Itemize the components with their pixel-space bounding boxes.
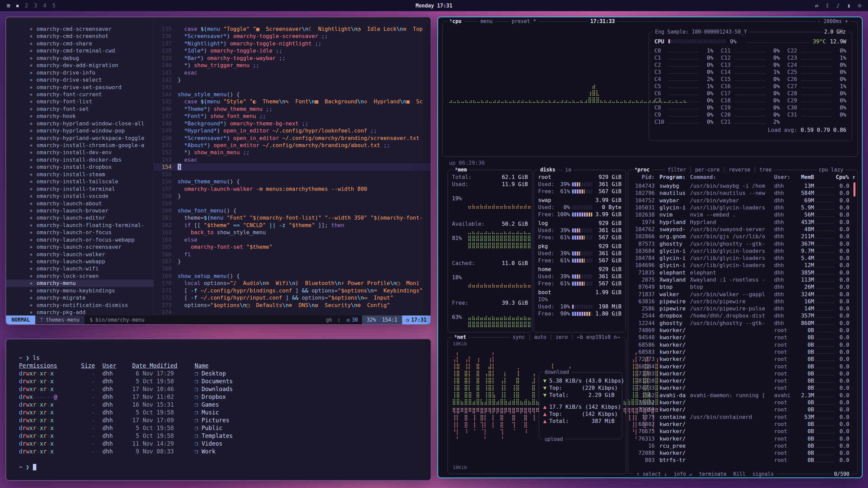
process-row[interactable]: 81310kworker/root0B0.0: [632, 377, 851, 384]
code-line[interactable]: 141 esac: [154, 69, 431, 76]
process-row[interactable]: 76575kworker/root0B0.0: [632, 428, 851, 435]
file-item[interactable]: ✱omarchy-debug: [6, 55, 154, 62]
file-item[interactable]: ✱omarchy-dev-add-migration: [6, 62, 154, 69]
proc-option-tree[interactable]: tree: [753, 166, 772, 173]
net-option[interactable]: auto: [528, 334, 546, 341]
process-row[interactable]: 104762swayosd-/usr/bin/swayosd-serverdhh…: [632, 226, 851, 233]
process-row[interactable]: 94540kworker/root0B0.0: [632, 334, 851, 341]
code-line[interactable]: 143: [154, 84, 431, 91]
file-item[interactable]: ✱omarchy-launch-editor: [6, 214, 154, 221]
code-line[interactable]: 149 *Hyprland*) open_in_editor ~/.config…: [154, 127, 431, 134]
code-line[interactable]: 151 *About*) open_in_editor ~/.config/om…: [154, 142, 431, 149]
code-line[interactable]: 150 *Screensaver*) open_in_editor ~/.con…: [154, 135, 431, 142]
proc-cpu-options[interactable]: cpu lazy: [817, 166, 845, 173]
process-row[interactable]: 2544dropbox/home/dhh/.dropbox-distdhh357…: [632, 312, 851, 319]
file-item[interactable]: ✱omarchy-hyprland-window-pop: [6, 127, 154, 134]
process-row[interactable]: 102638nvimnvim --embed .dhh56M0.0: [632, 211, 851, 218]
file-item[interactable]: ✱omarchy-launch-about: [6, 200, 154, 207]
workspace-5[interactable]: 5: [53, 3, 56, 9]
file-item[interactable]: ✱omarchy-hook: [6, 113, 154, 120]
file-item[interactable]: ✱omarchy-install-terminal: [6, 185, 154, 192]
file-item[interactable]: ✱omarchy-install-dropbox: [6, 163, 154, 170]
process-row[interactable]: 68402kworker/root0B0.0: [632, 421, 851, 428]
process-row[interactable]: 2586pipewire/usr/bin/pipewire-pulsedhh14…: [632, 305, 851, 312]
file-item[interactable]: ✱omarchy-notification-dismiss: [6, 302, 154, 309]
process-row[interactable]: 87573ghostty/usr/bin/ghostty --gtk-dhh36…: [632, 240, 851, 247]
sort-direction-icon[interactable]: ↑: [852, 174, 855, 180]
process-row[interactable]: 72088kworker/root0B0.0: [632, 449, 851, 456]
proc-footer-item[interactable]: ↑ select ↓: [636, 471, 667, 477]
file-item[interactable]: ✱omarchy-cmd-share: [6, 40, 154, 47]
code-line[interactable]: 152 *) show_main_menu ;;: [154, 149, 431, 156]
code-line[interactable]: 172 [ -f ~/.config/hypr/input.conf ] && …: [154, 294, 431, 301]
code-line[interactable]: 161 theme=$(menu "Font" "$(omarchy-font-…: [154, 214, 431, 221]
scrollbar-thumb[interactable]: [853, 182, 855, 197]
proc-option-per-core[interactable]: per-core: [689, 166, 719, 173]
file-item[interactable]: ✱omarchy-hyprland-workspace-toggle: [6, 135, 154, 142]
process-row[interactable]: 102866org.gnom/usr/bin/gjs /usr/lib/odhh…: [632, 233, 851, 240]
header-pid[interactable]: Pid:: [632, 174, 655, 181]
process-row[interactable]: 68583kworker/root0B0.0: [632, 348, 851, 355]
file-item[interactable]: ✱omarchy-drive-set-password: [6, 84, 154, 91]
file-item[interactable]: ✱omarchy-launch-floating-terminal-: [6, 222, 154, 229]
process-row[interactable]: 68584kworker/root0B0.0: [632, 363, 851, 370]
file-item[interactable]: ✱omarchy-font-list: [6, 98, 154, 105]
file-item[interactable]: ✱omarchy-migrate: [6, 294, 154, 301]
file-item[interactable]: ✱omarchy-drive-select: [6, 76, 154, 83]
terminal-content[interactable]: ~ ❯ ls Permissions Size User Date Modifi…: [6, 339, 431, 481]
menu-button[interactable]: menu: [478, 18, 495, 25]
code-line[interactable]: 158}: [154, 192, 431, 200]
code-line[interactable]: 156show_theme_menu() {: [154, 178, 431, 185]
process-row[interactable]: 12244ghostty/usr/bin/ghostty --gtk-dhh86…: [632, 320, 851, 327]
code-line[interactable]: 169show_setup_menu() {: [154, 272, 431, 280]
net-option[interactable]: ←b enp191s0 n→: [571, 334, 620, 341]
code-line[interactable]: 136 *Screensaver*) omarchy-toggle-screen…: [154, 33, 431, 40]
process-row[interactable]: 74869kworker/root0B0.0: [632, 327, 851, 334]
code-line[interactable]: 157 omarchy-launch-walker -m menus:omarc…: [154, 185, 431, 192]
workspace-1-active-icon[interactable]: ◼: [16, 3, 19, 8]
process-row[interactable]: 104696glycin-i/usr/lib/glycin-loadersdhh…: [632, 262, 851, 269]
process-row[interactable]: 72073kworker/root0B0.0: [632, 355, 851, 363]
workspace-2[interactable]: 2: [25, 3, 28, 9]
proc-option-filter[interactable]: filter: [668, 166, 686, 173]
process-row[interactable]: 104743swaybg/usr/bin/swaybg -i /homdhh13…: [632, 182, 851, 189]
file-item[interactable]: ✱omarchy-install-tailscale: [6, 178, 154, 185]
process-row[interactable]: 76313kworker/root0B0.0: [632, 435, 851, 442]
proc-footer-item[interactable]: Kill: [733, 471, 746, 477]
io-toggle[interactable]: io: [563, 166, 573, 173]
process-row[interactable]: 1162avahi-daavahi-daemon: running [avahi…: [632, 392, 851, 399]
file-item[interactable]: ✱omarchy-launch-or-focus-webapp: [6, 236, 154, 243]
process-row[interactable]: 803btrfs-trroot0B0.0: [632, 456, 851, 464]
code-line[interactable]: 165 omarchy-font-set "$theme": [154, 243, 431, 250]
code-line[interactable]: 163 back_to show_style_menu: [154, 229, 431, 236]
code-line[interactable]: 147 *Font*) show_font_menu ;;: [154, 113, 431, 120]
code-line[interactable]: 170 local options="♪ Audio\n≋ Wifi\nᛒ Bl…: [154, 280, 431, 287]
file-item[interactable]: ✱omarchy-launch-or-focus: [6, 229, 154, 236]
proc-footer-item[interactable]: signals: [752, 471, 774, 477]
code-line[interactable]: 139 *Bar*) omarchy-toggle-waybar ;;: [154, 55, 431, 62]
file-item[interactable]: ✱omarchy-font-current: [6, 91, 154, 98]
header-mem[interactable]: MemB: [795, 174, 814, 181]
code-line[interactable]: 171 [ -f ~/.config/hypr/bindings.conf ] …: [154, 287, 431, 294]
header-cpu[interactable]: Cpu% ↑: [836, 174, 851, 181]
workspace-4[interactable]: 4: [43, 3, 46, 9]
process-row[interactable]: 1275containe/usr/bin/containerdroot53M0.…: [632, 413, 851, 421]
file-item[interactable]: ✱omarchy-launch-walker: [6, 251, 154, 258]
workspace-3[interactable]: 3: [34, 3, 37, 9]
code-line[interactable]: 142}: [154, 76, 431, 83]
code-line[interactable]: 154}: [154, 163, 431, 170]
file-item[interactable]: ✱omarchy-cmd-screensaver: [6, 25, 154, 33]
code-line[interactable]: 145 case $(menu "Style" "◐ Theme\n✎ Font…: [154, 98, 431, 105]
file-item[interactable]: ✱omarchy-install-chromium-google-a: [6, 142, 154, 149]
net-option[interactable]: sync: [513, 334, 525, 341]
file-item[interactable]: ✱omarchy-install-steam: [6, 171, 154, 178]
code-line[interactable]: 148 *Background*) omarchy-theme-bg-next …: [154, 120, 431, 127]
code-line[interactable]: 168: [154, 265, 431, 272]
code-line[interactable]: 162 if [[ "$theme" == "CNCLD" || -z "$th…: [154, 222, 431, 229]
code-line[interactable]: 166 fi: [154, 251, 431, 258]
proc-footer-item[interactable]: terminate: [699, 471, 727, 477]
process-row[interactable]: 104784glycin-i/usr/lib/glycin-loadersdhh…: [632, 255, 851, 262]
file-item[interactable]: ✱omarchy-launch-webapp: [6, 258, 154, 265]
process-row[interactable]: 73656kworker/root0B0.0: [632, 406, 851, 413]
process-row[interactable]: 87649btopbtopdhh26M0.0: [632, 283, 851, 290]
